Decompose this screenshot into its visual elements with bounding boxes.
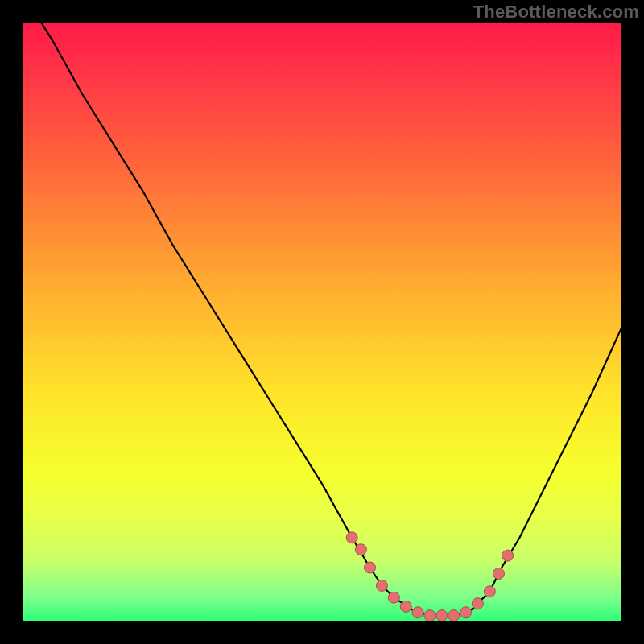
highlight-dots bbox=[346, 532, 513, 621]
highlight-dot bbox=[365, 562, 376, 573]
highlight-dot bbox=[484, 586, 495, 597]
highlight-dot bbox=[376, 580, 387, 591]
highlight-dot bbox=[493, 568, 505, 580]
highlight-dot bbox=[502, 550, 514, 561]
chart-svg bbox=[23, 23, 621, 621]
highlight-dot bbox=[412, 607, 423, 618]
highlight-dot bbox=[472, 598, 483, 609]
watermark-text: TheBottleneck.com bbox=[473, 2, 639, 23]
bottleneck-curve bbox=[23, 23, 621, 616]
highlight-dot bbox=[436, 610, 448, 621]
highlight-dot bbox=[355, 544, 366, 555]
chart-frame: TheBottleneck.com bbox=[0, 0, 644, 644]
highlight-dot bbox=[448, 610, 460, 621]
plot-area bbox=[23, 23, 621, 621]
highlight-dot bbox=[346, 532, 357, 543]
highlight-dot bbox=[400, 601, 411, 612]
bottleneck-curve-path bbox=[23, 23, 621, 616]
highlight-dot bbox=[388, 592, 399, 603]
highlight-dot bbox=[424, 610, 436, 621]
highlight-dot bbox=[460, 607, 472, 618]
